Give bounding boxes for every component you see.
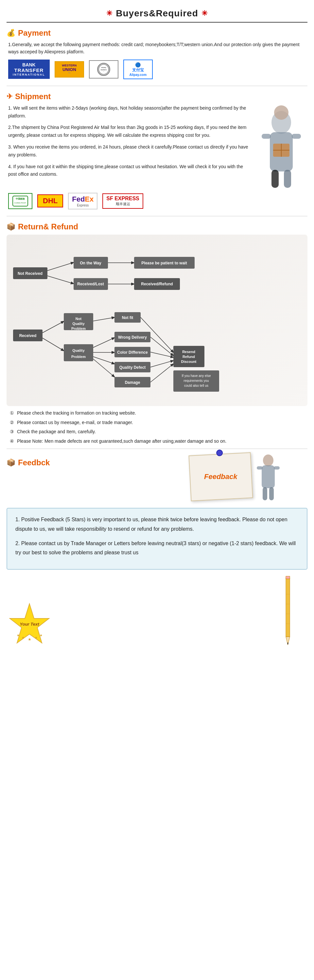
pencil-svg [281, 574, 294, 647]
feedback-footer: Your Text ★ ★ ★ ★ ★ [6, 574, 308, 648]
svg-rect-7 [292, 134, 301, 139]
shipping-logos-row: 中国邮政 CHINA POST DHL FedEx Express SF EXP… [8, 193, 306, 209]
pushpin [216, 450, 223, 457]
pencil-area [281, 574, 294, 648]
fedex-logo: FedEx Express [68, 193, 97, 209]
svg-rect-74 [274, 466, 280, 469]
svg-rect-84 [286, 578, 290, 637]
svg-text:™: ™ [103, 71, 104, 72]
flowchart-wrapper: Not Received On the Way Please be patien… [6, 235, 308, 406]
sf-chinese: 顺丰速运 [106, 202, 139, 207]
svg-text:Received/Lost: Received/Lost [77, 282, 104, 286]
svg-rect-43 [64, 344, 93, 361]
feedback-icon: 📦 [6, 458, 15, 467]
shipment-icon: ✈ [6, 92, 13, 101]
svg-text:Color Difference: Color Difference [117, 350, 148, 355]
svg-text:中国邮政: 中国邮政 [16, 197, 25, 200]
star-left-deco: ✳ [106, 9, 113, 18]
svg-line-19 [48, 262, 74, 270]
svg-text:Received: Received [19, 333, 36, 338]
shipment-content-area: 1. We will sent the items within 2-5days… [6, 104, 308, 189]
note-4-num: ④ [10, 439, 14, 444]
svg-text:Discount: Discount [181, 360, 196, 364]
ship-person-image [255, 104, 308, 189]
fedex-sub: Express [72, 204, 94, 207]
svg-line-60 [151, 361, 173, 367]
svg-text:Received/Refund: Received/Refund [141, 282, 173, 286]
bank-transfer-logo: BANK TRANSFER INTERNATIONAL [8, 60, 50, 79]
svg-text:money: money [101, 67, 106, 68]
refund-divider [6, 449, 308, 449]
ship-para-3: 3. When you receive the items you ordere… [6, 143, 252, 159]
fedex-ex: Ex [85, 195, 94, 203]
mb-circle-svg: money bookers ™ [98, 64, 109, 75]
shipment-title-text: Shipment [15, 92, 51, 101]
svg-text:Resend: Resend [182, 350, 195, 354]
svg-line-46 [93, 338, 114, 347]
refund-content-area: Not Received On the Way Please be patien… [6, 235, 308, 445]
page-header: ✳ Buyers&Required ✳ [6, 3, 308, 22]
feedback-card-area: Feedback [190, 454, 281, 503]
refund-title-text: Return& Refund [18, 222, 78, 231]
note-1-num: ① [10, 410, 14, 415]
svg-text:requirements you: requirements you [184, 379, 209, 382]
refund-icon: 📦 [6, 223, 15, 231]
note-3: ③ Check the package and Item, carefully. [8, 428, 306, 436]
svg-text:★: ★ [22, 636, 25, 640]
star-badge-svg: Your Text ★ ★ ★ ★ ★ [6, 602, 52, 648]
china-post-svg: 中国邮政 CHINA POST [12, 195, 29, 207]
dhl-text: DHL [43, 197, 57, 205]
note-3-num: ③ [10, 429, 14, 434]
note-2: ② Please contact us by meesage, e-mail, … [8, 419, 306, 427]
svg-line-40 [93, 317, 114, 321]
svg-text:Wrong Delivery: Wrong Delivery [118, 335, 147, 340]
svg-point-10 [274, 105, 289, 120]
flowchart-svg: Not Received On the Way Please be patien… [6, 235, 308, 405]
refund-section-title: 📦 Return& Refund [6, 222, 308, 231]
note-2-num: ② [10, 420, 14, 425]
svg-text:Damage: Damage [125, 380, 140, 385]
note-4-text: Please Note: Men made defects are not gu… [17, 439, 227, 444]
page-title: Buyers&Required [116, 8, 198, 19]
sf-main: SF EXPRESS [106, 196, 139, 202]
svg-text:Not fit: Not fit [122, 315, 133, 320]
feedback-header-row: 📦 Feedbck Feedback [6, 452, 308, 503]
feedback-title-text: Feedbck [18, 458, 50, 467]
western-union-logo: WESTERN UNION ™ [55, 61, 84, 78]
svg-point-71 [263, 455, 273, 466]
feedback-illustration: Feedback [190, 454, 281, 503]
shipment-text-area: 1. We will sent the items within 2-5days… [6, 104, 252, 189]
svg-line-20 [48, 276, 74, 284]
note-1-text: Please check the tracking in formation o… [17, 410, 136, 415]
svg-text:Refund: Refund [182, 355, 195, 359]
shipment-divider [6, 216, 308, 216]
svg-rect-72 [262, 465, 275, 488]
svg-line-61 [151, 364, 173, 382]
svg-text:★: ★ [28, 637, 32, 642]
alipay-domain: Alipay.com [130, 73, 147, 76]
alipay-text: 支付宝 [132, 67, 144, 73]
note-4: ④ Please Note: Men made defects are not … [8, 438, 306, 445]
fedex-fe: Fed [72, 195, 85, 203]
svg-line-34 [43, 321, 64, 333]
svg-text:Quality: Quality [72, 348, 85, 352]
bank-logo-mid: TRANSFER [14, 67, 44, 73]
payment-divider [6, 86, 308, 86]
svg-marker-86 [287, 643, 289, 645]
svg-text:Please be patient to wait: Please be patient to wait [141, 261, 187, 266]
svg-text:★: ★ [35, 636, 38, 640]
svg-text:Not: Not [76, 317, 82, 321]
bank-logo-top: BANK [22, 62, 35, 67]
payment-section-title: 💰 Payment [6, 29, 308, 38]
star-badge: Your Text ★ ★ ★ ★ ★ [6, 602, 52, 648]
svg-text:★: ★ [40, 633, 43, 637]
svg-text:Quality: Quality [72, 321, 85, 326]
sf-express-logo: SF EXPRESS 顺丰速运 [102, 193, 143, 209]
refund-notes: ① Please check the tracking in formation… [8, 409, 306, 445]
svg-text:Problem: Problem [71, 326, 86, 331]
svg-rect-6 [262, 134, 271, 139]
ship-para-1: 1. We will sent the items within 2-5days… [6, 104, 252, 120]
svg-text:Problem: Problem [71, 355, 86, 359]
wu-top: WESTERN [62, 64, 76, 67]
header-divider [6, 22, 308, 22]
